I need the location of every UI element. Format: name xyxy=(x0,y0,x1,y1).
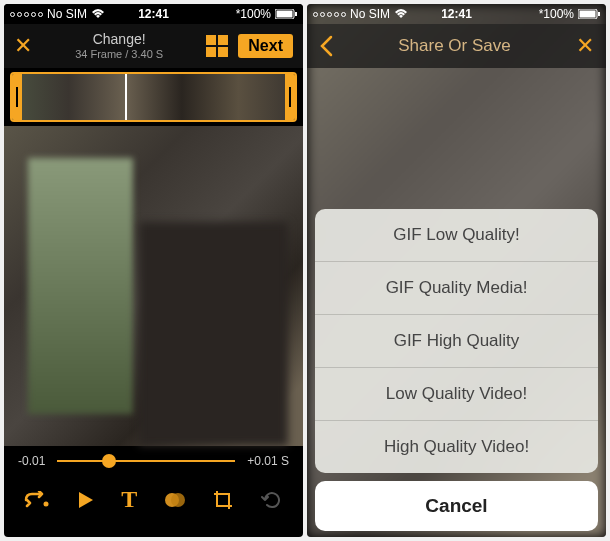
svg-point-3 xyxy=(44,501,49,506)
status-bar: No SIM 12:41 *100% xyxy=(4,4,303,24)
filter-icon[interactable] xyxy=(164,489,186,511)
signal-icon xyxy=(10,12,43,17)
editor-toolbar: T xyxy=(4,476,303,523)
wifi-icon xyxy=(394,9,408,19)
option-gif-high[interactable]: GIF High Quality xyxy=(315,315,598,368)
speed-max-label: +0.01 S xyxy=(247,454,289,468)
trim-handle-right[interactable] xyxy=(285,74,295,120)
battery-pct: *100% xyxy=(539,7,574,21)
cancel-button[interactable]: Cancel xyxy=(315,481,598,531)
nav-subtitle: 34 Frame / 3.40 S xyxy=(42,48,196,61)
timeline-trimmer[interactable] xyxy=(10,72,297,122)
grid-icon[interactable] xyxy=(206,35,228,57)
carrier-label: No SIM xyxy=(47,7,87,21)
option-video-high[interactable]: High Quality Video! xyxy=(315,421,598,473)
option-video-low[interactable]: Low Quality Video! xyxy=(315,368,598,421)
share-navbar: Share Or Save ✕ xyxy=(307,24,606,68)
undo-icon[interactable] xyxy=(261,489,283,511)
crop-icon[interactable] xyxy=(212,489,234,511)
clock: 12:41 xyxy=(441,7,472,21)
close-button[interactable]: ✕ xyxy=(14,33,32,59)
next-button[interactable]: Next xyxy=(238,34,293,58)
battery-icon xyxy=(275,9,297,19)
carrier-label: No SIM xyxy=(350,7,390,21)
svg-rect-2 xyxy=(295,12,297,16)
close-button[interactable]: ✕ xyxy=(576,33,594,59)
speed-min-label: -0.01 xyxy=(18,454,45,468)
editor-screen: No SIM 12:41 *100% ✕ Change! 34 Frame / … xyxy=(4,4,303,537)
svg-rect-8 xyxy=(598,12,600,16)
svg-point-5 xyxy=(171,493,185,507)
signal-icon xyxy=(313,12,346,17)
editor-navbar: ✕ Change! 34 Frame / 3.40 S Next xyxy=(4,24,303,68)
slider-thumb[interactable] xyxy=(102,454,116,468)
svg-rect-1 xyxy=(277,11,293,18)
share-screen: No SIM 12:41 *100% Share Or Save ✕ GIF L… xyxy=(307,4,606,537)
option-gif-medium[interactable]: GIF Quality Media! xyxy=(315,262,598,315)
video-preview[interactable] xyxy=(4,126,303,446)
nav-title: Change! xyxy=(42,31,196,48)
share-title: Share Or Save xyxy=(333,36,576,56)
playhead-marker[interactable] xyxy=(125,72,127,122)
text-tool-icon[interactable]: T xyxy=(121,486,137,513)
option-gif-low[interactable]: GIF Low Quality! xyxy=(315,209,598,262)
svg-rect-7 xyxy=(580,11,596,18)
timeline-frames[interactable] xyxy=(22,74,285,120)
loop-icon[interactable] xyxy=(24,491,50,509)
speed-slider[interactable] xyxy=(57,460,235,462)
battery-pct: *100% xyxy=(236,7,271,21)
sheet-options: GIF Low Quality! GIF Quality Media! GIF … xyxy=(315,209,598,473)
action-sheet: GIF Low Quality! GIF Quality Media! GIF … xyxy=(315,209,598,531)
status-bar: No SIM 12:41 *100% xyxy=(307,4,606,24)
trim-handle-left[interactable] xyxy=(12,74,22,120)
speed-control: -0.01 +0.01 S xyxy=(4,446,303,476)
title-group: Change! 34 Frame / 3.40 S xyxy=(42,31,196,61)
wifi-icon xyxy=(91,9,105,19)
play-icon[interactable] xyxy=(77,490,95,510)
clock: 12:41 xyxy=(138,7,169,21)
battery-icon xyxy=(578,9,600,19)
back-button[interactable] xyxy=(319,35,333,57)
